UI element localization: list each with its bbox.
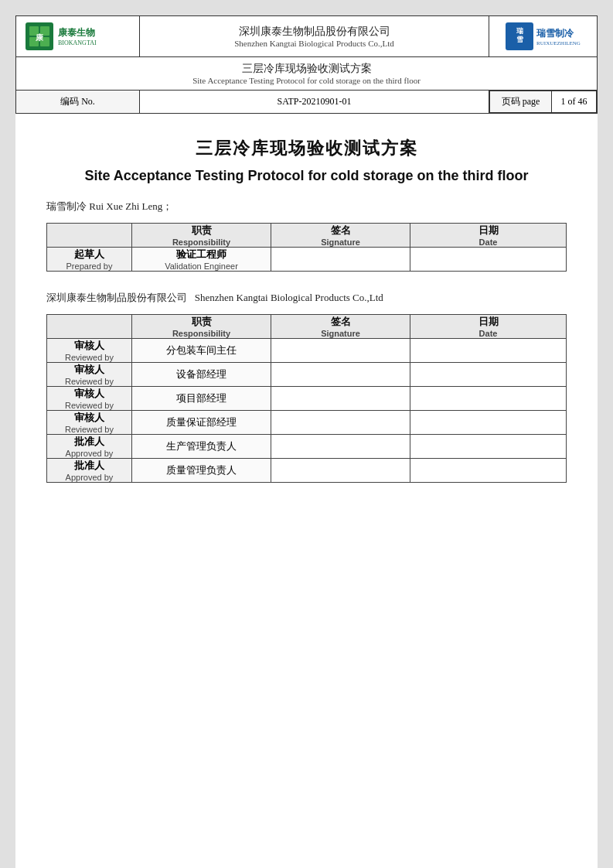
table2-col-resp: 职责 Responsibility — [132, 315, 271, 339]
table2-role4: 审核人 Reviewed by — [47, 411, 132, 435]
table1-col-role — [47, 224, 132, 248]
ruixue-en-text: RUIXUEZHILENG — [536, 40, 581, 46]
table2: 职责 Responsibility 签名 Signature 日期 Date 审… — [46, 314, 567, 483]
svg-text:瑞: 瑞 — [516, 27, 524, 35]
no-value: SATP-20210901-01 — [140, 91, 489, 114]
biokangtai-text: 康泰生物 BIOKANGTAI — [58, 26, 97, 46]
company2-line: 深圳康泰生物制品股份有限公司 Shenzhen Kangtai Biologic… — [46, 291, 567, 305]
company-name-cn: 深圳康泰生物制品股份有限公司 — [148, 25, 481, 39]
table2-resp1: 分包装车间主任 — [132, 339, 271, 363]
table1-col-sign: 签名 Signature — [271, 224, 410, 248]
table2-sign4 — [271, 411, 410, 435]
company1-cn: 瑞雪制冷 — [46, 200, 87, 212]
table2-col-role — [47, 315, 132, 339]
table2-date1 — [410, 339, 567, 363]
company2-en: Shenzhen Kangtai Biological Products Co.… — [195, 292, 383, 303]
table2-row5: 批准人 Approved by 生产管理负责人 — [47, 435, 567, 459]
table1-role-cell: 起草人 Prepared by — [47, 248, 132, 272]
page-value: 1 of 46 — [552, 91, 597, 113]
table2-col-date: 日期 Date — [410, 315, 567, 339]
main-content: 三层冷库现场验收测试方案 Site Acceptance Testing Pro… — [15, 114, 598, 518]
page: 康 康泰生物 BIOKANGTAI 深圳康泰生物制品股份有限公司 Shenzhe… — [15, 15, 598, 868]
doc-title-cn: 三层冷库现场验收测试方案 — [21, 62, 592, 76]
table2-sign1 — [271, 339, 410, 363]
ruixue-cn-text: 瑞雪制冷 — [536, 27, 574, 40]
table2-role3: 审核人 Reviewed by — [47, 387, 132, 411]
table2-date3 — [410, 387, 567, 411]
table2-sign2 — [271, 363, 410, 387]
company-name-en: Shenzhen Kangtai Biological Products Co.… — [148, 39, 481, 48]
company1-en: Rui Xue Zhi Leng； — [89, 200, 172, 212]
main-title-cn: 三层冷库现场验收测试方案 — [46, 137, 567, 160]
biokangtai-logo: 康 康泰生物 BIOKANGTAI — [26, 22, 130, 50]
table2-date4 — [410, 411, 567, 435]
svg-text:雪: 雪 — [516, 36, 523, 43]
table2-role5: 批准人 Approved by — [47, 435, 132, 459]
ruixue-text: 瑞雪制冷 RUIXUEZHILENG — [536, 27, 581, 46]
table2-row1: 审核人 Reviewed by 分包装车间主任 — [47, 339, 567, 363]
no-label: 编码 No. — [16, 91, 140, 114]
table2-date5 — [410, 435, 567, 459]
company2-cn: 深圳康泰生物制品股份有限公司 — [46, 292, 187, 303]
table2-resp2: 设备部经理 — [132, 363, 271, 387]
table1: 职责 Responsibility 签名 Signature 日期 Date 起… — [46, 223, 567, 272]
table2-row3: 审核人 Reviewed by 项目部经理 — [47, 387, 567, 411]
table2-resp5: 生产管理负责人 — [132, 435, 271, 459]
page-label: 页码 page — [490, 91, 552, 113]
main-title-en: Site Acceptance Testing Protocol for col… — [46, 168, 567, 184]
table1-sign-cell — [271, 248, 410, 272]
table1-col-resp: 职责 Responsibility — [132, 224, 271, 248]
table1-col-date: 日期 Date — [410, 224, 567, 248]
table2-date2 — [410, 363, 567, 387]
table2-role1: 审核人 Reviewed by — [47, 339, 132, 363]
ruixue-icon: 瑞 雪 — [506, 22, 533, 50]
biokangtai-cn-text: 康泰生物 — [58, 26, 95, 39]
table2-sign6 — [271, 459, 410, 483]
logo-left-cell: 康 康泰生物 BIOKANGTAI — [16, 16, 140, 57]
ruixue-logo: 瑞 雪 瑞雪制冷 RUIXUEZHILENG — [497, 22, 589, 50]
table1-row1: 起草人 Prepared by 验证工程师 Validation Enginee… — [47, 248, 567, 272]
table2-col-sign: 签名 Signature — [271, 315, 410, 339]
table2-row6: 批准人 Approved by 质量管理负责人 — [47, 459, 567, 483]
table2-role2: 审核人 Reviewed by — [47, 363, 132, 387]
company1-line: 瑞雪制冷 Rui Xue Zhi Leng； — [46, 200, 567, 214]
table2-role6: 批准人 Approved by — [47, 459, 132, 483]
table2-date6 — [410, 459, 567, 483]
table2-sign3 — [271, 387, 410, 411]
header-center-cell: 深圳康泰生物制品股份有限公司 Shenzhen Kangtai Biologic… — [140, 16, 489, 57]
table1-resp-cell: 验证工程师 Validation Engineer — [132, 248, 271, 272]
logo-right-cell: 瑞 雪 瑞雪制冷 RUIXUEZHILENG — [489, 16, 598, 57]
table2-resp6: 质量管理负责人 — [132, 459, 271, 483]
table2-resp4: 质量保证部经理 — [132, 411, 271, 435]
table2-row4: 审核人 Reviewed by 质量保证部经理 — [47, 411, 567, 435]
table2-resp3: 项目部经理 — [132, 387, 271, 411]
table2-sign5 — [271, 435, 410, 459]
biokangtai-en-text: BIOKANGTAI — [58, 39, 97, 46]
svg-text:康: 康 — [35, 33, 44, 42]
table2-row2: 审核人 Reviewed by 设备部经理 — [47, 363, 567, 387]
table1-date-cell — [410, 248, 567, 272]
biokangtai-icon: 康 — [26, 22, 53, 50]
header-table: 康 康泰生物 BIOKANGTAI 深圳康泰生物制品股份有限公司 Shenzhe… — [15, 15, 598, 114]
doc-title-en: Site Acceptance Testing Protocol for col… — [21, 76, 592, 85]
